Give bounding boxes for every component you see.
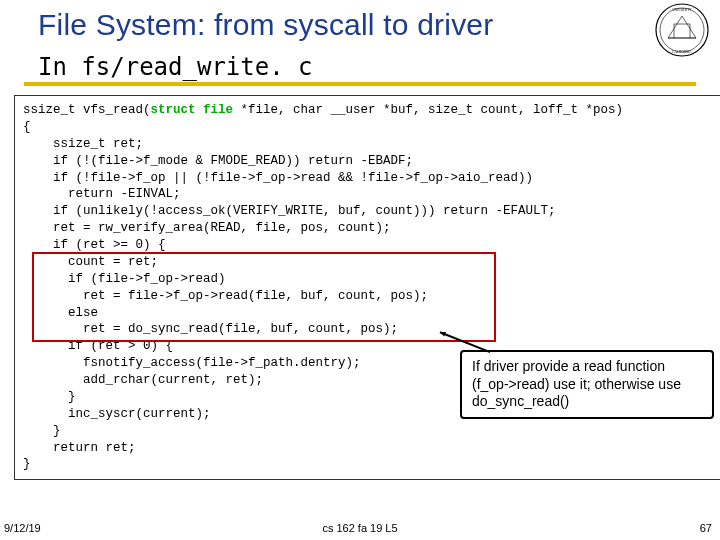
annotation-callout: If driver provide a read function (f_op-… [460,350,714,419]
footer-page-number: 67 [700,522,712,534]
footer-date: 9/12/19 [4,522,41,534]
svg-text:UNIVERSITY: UNIVERSITY [672,8,692,12]
title-underline [24,82,696,86]
slide-subtitle: In fs/read_write. c [38,53,313,81]
svg-text:CALIFORNIA: CALIFORNIA [672,50,692,54]
footer-course: cs 162 fa 19 L5 [322,522,397,534]
annotation-text: If driver provide a read function (f_op-… [472,358,681,409]
university-seal-icon: UNIVERSITY CALIFORNIA [654,2,710,58]
code-listing: ssize_t vfs_read(struct file *file, char… [14,95,720,480]
slide-title: File System: from syscall to driver [38,8,493,42]
